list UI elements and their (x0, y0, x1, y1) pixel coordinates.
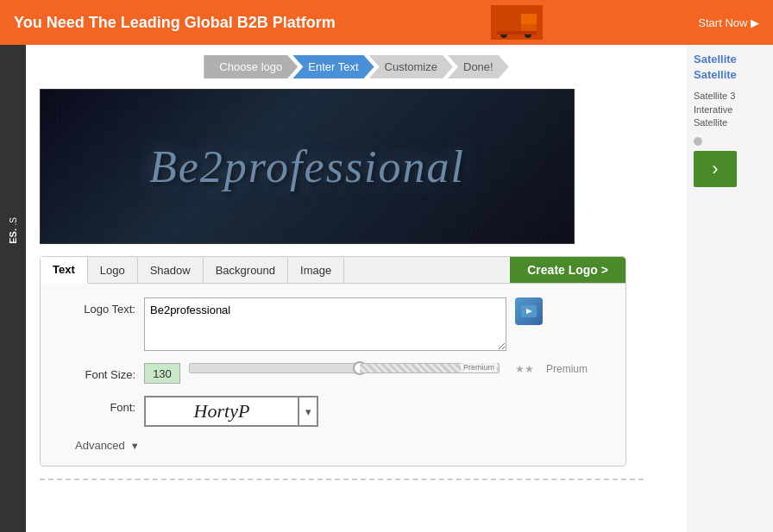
rs-title-1: Satellite Satellite (694, 52, 766, 83)
ad-image (491, 5, 543, 40)
font-size-input[interactable] (144, 363, 180, 384)
range-premium: Premium (360, 364, 499, 372)
steps-nav: Choose logo Enter Text Customize Done! (40, 55, 673, 78)
create-logo-button[interactable]: Create Logo > (510, 257, 625, 283)
ad-title: You Need The Leading Global B2B Platform (14, 14, 336, 32)
dotted-separator (40, 479, 644, 480)
logo-bg-lines (41, 90, 574, 243)
step-enter-text[interactable]: Enter Text (292, 55, 374, 78)
tab-shadow[interactable]: Shadow (138, 258, 204, 283)
range-fill (190, 364, 360, 372)
range-track[interactable]: Premium (189, 363, 500, 373)
svg-rect-4 (497, 31, 537, 34)
font-select-wrapper: HortyP ▾ (144, 396, 318, 427)
sidebar-label-2: ES. (8, 228, 18, 244)
font-display[interactable]: HortyP (144, 396, 299, 427)
logo-text-input[interactable]: Be2professional (144, 297, 506, 351)
step-choose-logo[interactable]: Choose logo (204, 55, 298, 78)
premium-label: Premium (461, 362, 497, 372)
tab-logo[interactable]: Logo (88, 258, 138, 283)
sidebar-label-1: .S (9, 217, 18, 225)
ad-cta-link[interactable]: Start Now ▶ (698, 16, 759, 29)
font-label: Font: (58, 396, 135, 414)
tab-background[interactable]: Background (204, 258, 288, 283)
advanced-link[interactable]: Advanced (75, 439, 125, 452)
main-container: .S ES. Choose logo Enter Text Customize … (0, 45, 773, 532)
svg-rect-0 (495, 21, 523, 33)
font-row: Font: HortyP ▾ (58, 396, 608, 427)
font-display-text: HortyP (194, 400, 250, 422)
ad-banner-left: You Need The Leading Global B2B Platform (14, 14, 336, 32)
tab-text[interactable]: Text (41, 257, 88, 284)
logo-preview: Be2professional (40, 89, 575, 244)
content-area: Choose logo Enter Text Customize Done! B… (26, 45, 687, 532)
step-customize[interactable]: Customize (369, 55, 453, 78)
font-dropdown-arrow[interactable]: ▾ (299, 396, 318, 427)
media-icon[interactable] (515, 297, 543, 325)
premium-stars: ★★ (515, 363, 534, 375)
tabs-panel: Text Logo Shadow Background Image Create… (40, 256, 626, 466)
advanced-row: Advanced ▼ (75, 439, 608, 452)
font-size-row: Font Size: Premium ★★ Premium (58, 363, 608, 384)
ad-banner: You Need The Leading Global B2B Platform… (0, 0, 773, 45)
rs-green-button[interactable]: › (694, 151, 737, 187)
tab-content-text: Logo Text: Be2professional Font Size: (41, 284, 625, 466)
rs-dot (694, 137, 702, 146)
font-size-label: Font Size: (58, 363, 135, 381)
premium-text: Premium (546, 363, 588, 375)
svg-marker-5 (521, 14, 537, 24)
logo-text-row: Logo Text: Be2professional (58, 297, 608, 351)
right-sidebar: Satellite Satellite Satellite 3 Interati… (687, 45, 773, 532)
logo-text-label: Logo Text: (58, 297, 135, 316)
tabs-header: Text Logo Shadow Background Image Create… (41, 257, 625, 284)
step-done[interactable]: Done! (448, 55, 509, 78)
left-sidebar: .S ES. (0, 45, 26, 532)
font-size-slider-container: Premium (189, 363, 500, 373)
advanced-arrow: ▼ (130, 441, 140, 451)
rs-desc: Satellite 3 Interative Satellite (694, 90, 766, 129)
tab-image[interactable]: Image (288, 258, 344, 283)
